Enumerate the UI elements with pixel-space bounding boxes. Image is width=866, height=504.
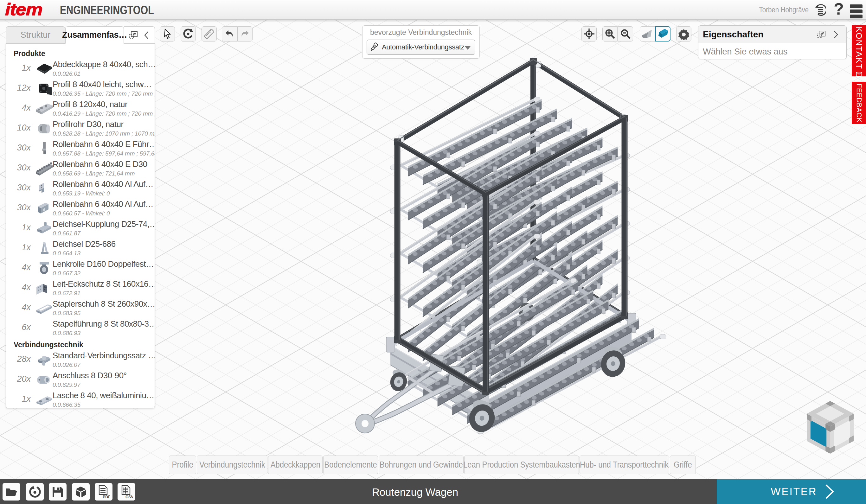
svg-text:CSV: CSV: [125, 495, 133, 499]
svg-text:PDF: PDF: [103, 495, 110, 499]
